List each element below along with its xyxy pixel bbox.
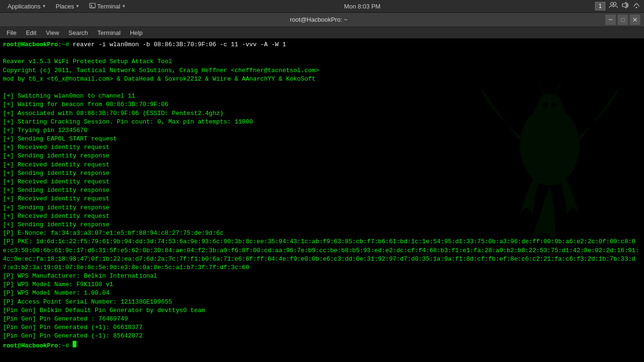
places-label: Places [56, 3, 74, 10]
maximize-button[interactable]: □ [618, 15, 628, 25]
menu-bar: File Edit View Search Terminal Help [0, 27, 644, 39]
terminal-title: root@HacbookPro: ~ [32, 16, 605, 23]
output-line-5: [+] Waiting for beacon from 08:86:3B:70:… [3, 100, 641, 109]
network-svg [633, 2, 640, 8]
output-line-pin1: [Pin Gen] Pin Generated : 76469749 [3, 315, 641, 323]
output-blank1 [3, 49, 641, 58]
system-bar: Applications ▼ Places ▼ Terminal ▼ Mon 8… [0, 0, 644, 13]
close-button[interactable]: ✕ [630, 15, 640, 25]
cursor [73, 341, 76, 347]
volume-icon[interactable] [621, 2, 629, 10]
titlebar-controls: − □ ✕ [605, 15, 640, 25]
output-line-17: [+] Sending identity response [3, 204, 641, 212]
places-arrow: ▼ [75, 4, 80, 8]
terminal-icon [89, 3, 96, 9]
output-line-20: [P] E-Nonce: fa:34:a3:a3:07:e1:e5:bf:88:… [3, 229, 641, 238]
terminal-titlebar: root@HacbookPro: ~ − □ ✕ [0, 13, 644, 27]
output-line-8: [+] Trying pin 12345670 [3, 126, 641, 135]
svg-marker-4 [622, 2, 626, 8]
volume-svg [621, 2, 629, 8]
applications-label: Applications [8, 3, 41, 10]
datetime-text: Mon 8:03 PM [344, 3, 380, 10]
output-line-pin2: [Pin Gen] Pin Generated (+1): 06618377 [3, 323, 641, 332]
output-line-1: Reaver v1.5.3 WiFi Protected Setup Attac… [3, 58, 641, 66]
output-line-7: [+] Starting Cracking Session. Pin count… [3, 118, 641, 126]
output-line-9: [+] Sending EAPOL START request [3, 135, 641, 143]
command-text: reaver -i wlan0mon -b 08:86:3B:70:9F:06 … [73, 41, 286, 48]
applications-arrow: ▼ [42, 4, 46, 8]
bottom-prompt-line: root@HacbookPro:~# [3, 341, 641, 350]
applications-menu[interactable]: Applications ▼ [4, 2, 50, 11]
output-line-belkin: [Pin Gen] Belkin Default Pin Generator b… [3, 306, 641, 315]
terminal-arrow: ▼ [122, 4, 126, 8]
sys-bar-left: Applications ▼ Places ▼ Terminal ▼ [4, 2, 130, 11]
command-line: root@HacbookPro:~# reaver -i wlan0mon -b… [3, 41, 641, 49]
output-line-serial: [P] Access Point Serial Number: 121138GE… [3, 298, 641, 306]
menu-edit[interactable]: Edit [21, 28, 41, 37]
workspace-indicator[interactable]: 1 [595, 2, 605, 10]
terminal-menu[interactable]: Terminal ▼ [85, 2, 130, 11]
output-line-4: [+] Switching wlan0mon to channel 11 [3, 92, 641, 100]
datetime-display: Mon 8:03 PM [344, 3, 380, 10]
output-line-mfr: [P] WPS Manufacturer: Belkin Internation… [3, 272, 641, 280]
output-line-14: [+] Received identity request [3, 178, 641, 186]
sys-bar-right: 1 [595, 2, 640, 10]
output-line-16: [+] Received identity request [3, 195, 641, 203]
output-blank2 [3, 83, 641, 92]
users-svg [609, 2, 618, 8]
users-icon[interactable] [609, 2, 618, 10]
svg-point-5 [636, 7, 637, 8]
output-line-19: [+] Sending identity response [3, 221, 641, 229]
prompt1: root@HacbookPro [3, 41, 58, 48]
places-menu[interactable]: Places ▼ [52, 2, 83, 11]
svg-point-2 [611, 2, 613, 5]
output-line-pin3: [Pin Gen] Pin Generated (-1): 85642072 [3, 332, 641, 340]
prompt-suffix1: :~# [58, 41, 73, 48]
minimize-button[interactable]: − [605, 15, 616, 25]
terminal-content[interactable]: root@HacbookPro:~# reaver -i wlan0mon -b… [0, 39, 644, 362]
menu-help[interactable]: Help [125, 28, 148, 37]
output-line-pke1: [P] PKE: 1d:6d:1c:22:f5:79:61:9b:94:dd:3… [3, 238, 641, 272]
terminal-label: Terminal [97, 3, 120, 10]
output-line-3: mod by t6_x <t6_x@hotmail.com> & DataHea… [3, 75, 641, 83]
workspace-number: 1 [599, 3, 602, 9]
menu-view[interactable]: View [41, 28, 64, 37]
output-line-modelnum: [P] WPS Model Number: 1.00.04 [3, 289, 641, 297]
output-line-2: Copyright (c) 2011, Tactical Network Sol… [3, 66, 641, 75]
menu-file[interactable]: File [2, 28, 21, 37]
prompt2: root@HacbookPro [3, 342, 58, 350]
svg-point-3 [613, 2, 616, 5]
output-line-11: [+] Sending identity response [3, 152, 641, 160]
network-icon[interactable] [633, 2, 640, 10]
prompt-suffix2: :~# [58, 342, 73, 350]
output-line-13: [+] Sending identity response [3, 169, 641, 178]
output-line-15: [+] Sending identity response [3, 186, 641, 195]
output-line-12: [+] Received identity request [3, 161, 641, 169]
output-line-10: [+] Received identity request [3, 143, 641, 152]
menu-search[interactable]: Search [64, 28, 92, 37]
terminal-window: root@HacbookPro: ~ − □ ✕ File Edit View … [0, 13, 644, 362]
output-line-6: [+] Associated with 08:86:3B:70:9F:06 (E… [3, 109, 641, 118]
output-line-18: [+] Received identity request [3, 212, 641, 221]
menu-terminal[interactable]: Terminal [93, 28, 125, 37]
output-line-model: [P] WPS Model Name: F9K1108 v1 [3, 280, 641, 289]
